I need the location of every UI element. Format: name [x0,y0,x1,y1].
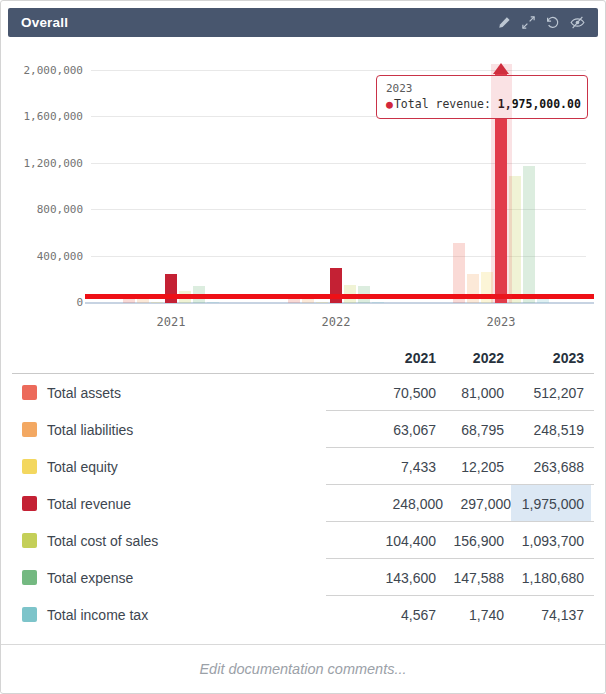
series-color-swatch [22,570,37,585]
table-row-total-expense[interactable]: Total expense143,600147,5881,180,680 [12,559,594,596]
row-label: Total income tax [47,607,148,623]
edit-documentation-comments[interactable]: Edit documentation comments... [199,661,406,677]
series-color-swatch [22,459,37,474]
table-header-row: 2021 2022 2023 [12,343,594,374]
table-row-total-cost-of-sales[interactable]: Total cost of sales104,400156,9001,093,7… [12,522,594,559]
highlight-rule-line [85,294,594,299]
column-header-2023: 2023 [504,343,584,373]
bar-total-income-tax-2022[interactable] [372,302,384,303]
tooltip-category: 2023 [386,82,578,95]
y-axis-tick-label: 0 [3,295,83,311]
row-label-wrap: Total income tax [22,607,358,623]
row-label-wrap: Total cost of sales [22,533,358,549]
table-row-total-equity[interactable]: Total equity7,43312,205263,688 [12,448,594,485]
cell-2021: 104,400 [358,522,436,559]
table-body: Total assets70,50081,000512,207Total lia… [12,374,594,633]
series-color-swatch [22,533,37,548]
row-label: Total cost of sales [47,533,158,549]
row-label-wrap: Total revenue [22,496,365,512]
series-color-swatch [22,607,37,622]
cell-2021: 4,567 [358,596,436,633]
cell-2023: 512,207 [504,374,584,411]
y-axis-tick-label: 1,200,000 [3,156,83,172]
tooltip-series-line: ●Total revenue: 1,975,000.00 [386,97,578,111]
cell-2023: 1,093,700 [504,522,584,559]
undo-icon[interactable] [545,15,560,30]
y-axis-tick-label: 1,600,000 [3,109,83,125]
row-label: Total liabilities [47,422,133,438]
row-label: Total revenue [47,496,131,512]
title-bar-actions [497,15,586,30]
cell-2023: 1,180,680 [504,559,584,596]
cell-2022: 1,740 [436,596,504,633]
expand-icon[interactable] [521,15,536,30]
cell-2021: 248,000 [365,485,443,522]
cell-2023: 1,975,000 [511,485,591,522]
row-label: Total expense [47,570,133,586]
tooltip-arrow [493,63,509,74]
plot-area: 2023 ●Total revenue: 1,975,000.00 0400,0… [91,55,586,303]
cell-2021: 63,067 [358,411,436,448]
y-axis-tick-label: 800,000 [3,202,83,218]
row-label: Total assets [47,385,121,401]
cell-2021: 70,500 [358,374,436,411]
cell-2022: 68,795 [436,411,504,448]
table-row-total-liabilities[interactable]: Total liabilities63,06768,795248,519 [12,411,594,448]
totals-table: 2021 2022 2023 Total assets70,50081,0005… [12,343,594,633]
bar-total-cost-of-sales-2023[interactable] [509,176,521,303]
row-label-wrap: Total equity [22,459,358,475]
cell-2022: 297,000 [443,485,511,522]
y-axis-tick-label: 400,000 [3,249,83,265]
chart-tooltip: 2023 ●Total revenue: 1,975,000.00 [376,75,588,119]
widget-title: Overall [21,15,68,30]
series-color-swatch [22,422,37,437]
table-row-total-assets[interactable]: Total assets70,50081,000512,207 [12,374,594,411]
row-label: Total equity [47,459,118,475]
tooltip-value: 1,975,000.00 [498,97,581,111]
row-label-wrap: Total assets [22,385,358,401]
column-header-2021: 2021 [358,343,436,373]
row-label-wrap: Total liabilities [22,422,358,438]
cell-2023: 263,688 [504,448,584,485]
x-axis-tick-label: 2021 [141,315,201,329]
overall-widget-panel: Overall [0,0,606,694]
series-color-swatch [22,496,37,511]
bar-total-income-tax-2021[interactable] [207,302,219,303]
widget-footer: Edit documentation comments... [1,644,605,692]
bar-total-expense-2023[interactable] [523,166,535,303]
column-header-2022: 2022 [436,343,504,373]
table-row-total-income-tax[interactable]: Total income tax4,5671,74074,137 [12,596,594,633]
hide-icon[interactable] [569,15,586,30]
row-label-wrap: Total expense [22,570,358,586]
bar-total-equity-2021[interactable] [151,302,163,303]
bar-total-equity-2022[interactable] [316,302,328,303]
widget-title-bar: Overall [8,8,598,37]
series-dot-icon: ● [386,97,393,111]
chart: 2023 ●Total revenue: 1,975,000.00 0400,0… [1,37,605,337]
cell-2022: 147,588 [436,559,504,596]
gridline [91,70,586,71]
x-axis-tick-label: 2022 [306,315,366,329]
edit-icon[interactable] [497,15,512,30]
series-color-swatch [22,385,37,400]
cell-2021: 143,600 [358,559,436,596]
cell-2022: 156,900 [436,522,504,559]
x-axis-tick-label: 2023 [471,315,531,329]
y-axis-tick-label: 2,000,000 [3,63,83,79]
tooltip-series-label: Total revenue: [394,97,491,111]
cell-2023: 74,137 [504,596,584,633]
cell-2021: 7,433 [358,448,436,485]
cell-2022: 12,205 [436,448,504,485]
cell-2023: 248,519 [504,411,584,448]
gridline [91,163,586,164]
cell-2022: 81,000 [436,374,504,411]
table-row-total-revenue[interactable]: Total revenue248,000297,0001,975,000 [12,485,594,522]
